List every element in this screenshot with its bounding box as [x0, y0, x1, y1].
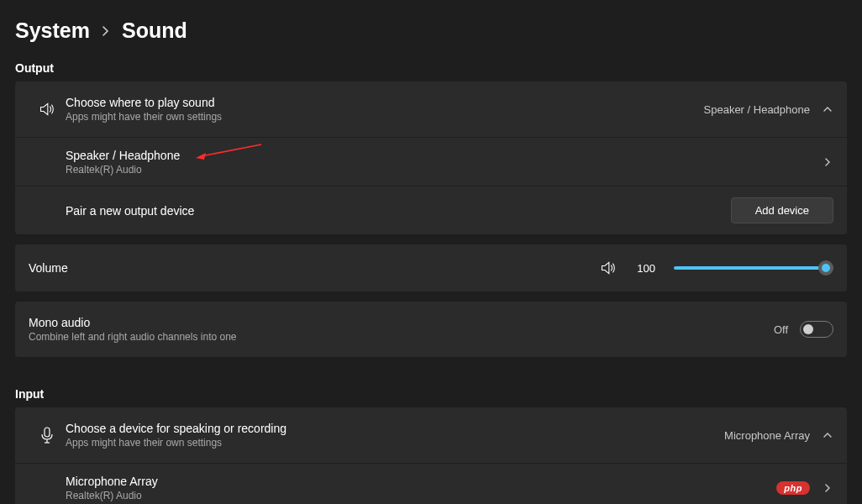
input-device-row[interactable]: Microphone Array Realtek(R) Audio php	[15, 463, 847, 504]
output-device-row[interactable]: Speaker / Headphone Realtek(R) Audio	[15, 137, 847, 186]
choose-output-sub: Apps might have their own settings	[66, 111, 704, 123]
choose-input-sub: Apps might have their own settings	[66, 437, 724, 449]
php-badge: php	[776, 481, 810, 495]
choose-output-row[interactable]: Choose where to play sound Apps might ha…	[15, 81, 847, 137]
output-device-sub: Realtek(R) Audio	[66, 164, 822, 176]
volume-card: Volume 100	[15, 244, 847, 291]
breadcrumb-current: Sound	[122, 18, 187, 43]
output-device-title: Speaker / Headphone	[66, 149, 822, 162]
chevron-right-icon	[822, 156, 833, 168]
input-expander-card: Choose a device for speaking or recordin…	[15, 407, 847, 504]
input-device-sub: Realtek(R) Audio	[66, 490, 776, 501]
choose-input-selected: Microphone Array	[724, 429, 810, 442]
volume-slider[interactable]	[674, 266, 833, 270]
input-device-title: Microphone Array	[66, 475, 776, 488]
choose-output-title: Choose where to play sound	[66, 96, 704, 109]
microphone-icon	[29, 427, 66, 444]
speaker-icon	[29, 101, 66, 118]
chevron-right-icon	[102, 26, 110, 36]
choose-input-row[interactable]: Choose a device for speaking or recordin…	[15, 407, 847, 463]
mono-state-label: Off	[774, 323, 788, 336]
input-section-header: Input	[15, 382, 847, 407]
chevron-right-icon	[822, 482, 833, 494]
svg-rect-2	[45, 428, 50, 437]
output-section-header: Output	[15, 56, 847, 81]
mono-card: Mono audio Combine left and right audio …	[15, 302, 847, 357]
add-device-button[interactable]: Add device	[731, 197, 833, 223]
volume-row: Volume 100	[15, 244, 847, 291]
pair-output-title: Pair a new output device	[66, 204, 731, 218]
chevron-up-icon	[822, 103, 833, 115]
breadcrumb-parent[interactable]: System	[15, 18, 90, 43]
breadcrumb: System Sound	[15, 0, 847, 56]
choose-input-title: Choose a device for speaking or recordin…	[66, 422, 724, 435]
mono-toggle[interactable]	[800, 321, 833, 338]
mono-row: Mono audio Combine left and right audio …	[15, 302, 847, 357]
mono-title: Mono audio	[29, 316, 774, 329]
mono-sub: Combine left and right audio channels in…	[29, 331, 774, 343]
pair-output-row: Pair a new output device Add device	[15, 186, 847, 234]
volume-label: Volume	[29, 261, 600, 275]
chevron-up-icon	[822, 429, 833, 441]
output-expander-card: Choose where to play sound Apps might ha…	[15, 81, 847, 234]
volume-speaker-icon[interactable]	[600, 260, 617, 276]
choose-output-selected: Speaker / Headphone	[704, 103, 810, 116]
volume-value: 100	[637, 262, 655, 275]
